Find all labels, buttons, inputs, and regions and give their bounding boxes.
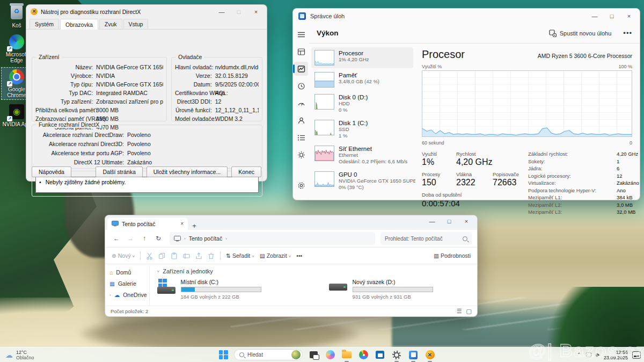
tab-close-icon[interactable]: × <box>180 221 184 227</box>
volume-icon[interactable]: 🕪 <box>596 351 599 358</box>
start-button[interactable] <box>217 349 229 361</box>
new-tab-button[interactable]: + <box>188 222 201 230</box>
tab-sound[interactable]: Zvuk <box>99 19 122 29</box>
save-all-info-button[interactable]: Uložit všechny informace... <box>147 166 228 177</box>
clock[interactable]: 12:56 23.09.2025 <box>604 350 628 360</box>
help-button[interactable]: Nápověda <box>32 166 71 177</box>
sidebar-item-onedrive[interactable]: ›☁OneDrive <box>109 292 147 298</box>
minimize-button[interactable]: — <box>586 10 603 22</box>
performance-icon[interactable] <box>294 62 308 76</box>
field-label: Výrobce: <box>35 73 93 79</box>
sidebar-label: Galerie <box>118 280 136 287</box>
view-button[interactable]: ▤ Zobrazit ˅ <box>260 252 291 259</box>
drive-c-item[interactable]: Místní disk (C:) 184 GB volných z 222 GB <box>157 279 318 300</box>
axis-label: 0 <box>630 140 632 146</box>
notification-icon[interactable] <box>632 351 641 359</box>
more-icon[interactable]: ••• <box>296 252 302 259</box>
services-icon[interactable] <box>294 148 308 162</box>
task-manager-button[interactable] <box>407 349 419 361</box>
sidebar-label: Domů <box>116 269 131 276</box>
expander-icon[interactable]: › <box>109 293 111 298</box>
settings-button[interactable] <box>391 349 402 361</box>
axis-label: 100 % <box>618 64 632 69</box>
minimize-button[interactable]: — <box>423 215 441 227</box>
new-button[interactable]: ⊕ Nový ˅ <box>112 252 135 259</box>
copilot-button[interactable] <box>324 349 336 361</box>
details-icon[interactable] <box>294 131 308 144</box>
store-button[interactable] <box>374 349 386 361</box>
list-item-disk0[interactable]: Disk 0 (D:) HDD 0 % <box>311 91 413 116</box>
search-input[interactable]: Prohledat: Tento počítač <box>380 232 472 245</box>
app-history-icon[interactable] <box>294 79 308 93</box>
breadcrumb-item[interactable]: Tento počítač <box>189 235 222 242</box>
minimize-button[interactable]: — <box>213 6 230 18</box>
close-button[interactable]: × <box>620 10 638 22</box>
taskbar-search[interactable]: Hledat <box>234 349 303 360</box>
shortcut-arrow-icon: ↗ <box>7 81 12 86</box>
item-sub: 1 % <box>339 133 368 139</box>
dxdiag-titlebar: Nástroj pro diagnostiku rozhraní DirectX… <box>26 5 267 18</box>
explorer-tab[interactable]: Tento počítač × <box>107 218 188 230</box>
task-manager-icon <box>298 12 306 20</box>
maximize-button[interactable]: □ <box>441 215 458 227</box>
disk0-mini-chart <box>314 94 334 110</box>
more-options-icon[interactable]: ••• <box>623 29 632 37</box>
breadcrumb[interactable]: › Tento počítač › <box>170 232 375 245</box>
weather-widget[interactable]: ☁ 12°C Oblačno <box>0 350 40 360</box>
icons-view-icon[interactable]: ▢ <box>466 308 472 315</box>
hidden-icons-chevron[interactable]: ⌃ <box>577 352 581 358</box>
refresh-icon[interactable]: ↻ <box>152 235 164 242</box>
field-value: Integrated RAMDAC <box>96 90 163 96</box>
spec-label: Logické procesory: <box>528 173 611 179</box>
list-item-ethernet[interactable]: Síť Ethernet Ethernet Odeslání: 0,2 Příj… <box>311 143 413 168</box>
back-icon[interactable]: ← <box>111 235 122 242</box>
notes-textarea[interactable]: • Nebyly zjištěny žádné problémy. <box>35 177 259 193</box>
task-view-button[interactable] <box>308 349 319 361</box>
item-sub: 0 % <box>339 107 368 113</box>
spec-value: 1 <box>617 158 639 164</box>
list-item-disk1[interactable]: Disk 1 (C:) SSD 1 % <box>311 117 413 142</box>
next-page-button[interactable]: Další stránka <box>96 166 142 177</box>
tab-system[interactable]: Systém <box>30 19 59 29</box>
settings-icon[interactable] <box>294 178 308 192</box>
search-icon <box>239 352 244 357</box>
chevron-down-icon: ˅ <box>157 269 160 274</box>
exit-button[interactable]: Konec <box>231 166 261 177</box>
tab-input[interactable]: Vstup <box>123 19 149 29</box>
drive-info: 184 GB volných z 222 GB <box>181 294 261 300</box>
task-manager-titlebar: Správce úloh — □ × <box>293 9 640 23</box>
run-new-task-button[interactable]: Spustit novou úlohu <box>545 27 616 39</box>
drive-d-item[interactable]: Nový svazek (D:) 931 GB volných z 931 GB <box>329 279 478 300</box>
users-icon[interactable] <box>294 113 308 127</box>
sort-button[interactable]: ⇅ Seřadit ˅ <box>226 252 254 259</box>
window-title: Správce úloh <box>310 13 586 19</box>
list-view-icon[interactable]: ☰ <box>457 308 462 315</box>
list-item-gpu[interactable]: GPU 0 NVIDIA GeForce GTX 1650 SUPER 0% (… <box>311 169 413 193</box>
explorer-toolbar: ⊕ Nový ˅ ⇅ Seřadit ˅ ▤ Zobrazit ˅ ••• ▥ … <box>105 248 477 264</box>
startup-apps-icon[interactable] <box>294 96 308 110</box>
details-pane-button[interactable]: ▥ Podrobnosti <box>434 252 471 259</box>
field-label: Typ zařízení: <box>35 98 93 105</box>
file-explorer-button[interactable] <box>341 349 353 361</box>
close-button[interactable]: × <box>247 6 265 18</box>
dxdiag-button[interactable] <box>424 349 436 361</box>
section-header[interactable]: ˅ Zařízení a jednotky <box>157 268 478 274</box>
network-icon[interactable]: 🖵 <box>586 351 591 358</box>
cut-icon <box>146 252 153 259</box>
cpu-usage-chart[interactable] <box>422 70 632 137</box>
task-manager-window: Správce úloh — □ × Výkon Spustit novou ú… <box>292 8 640 200</box>
close-button[interactable]: × <box>458 215 475 227</box>
tab-display[interactable]: Obrazovka <box>60 19 98 30</box>
dxdiag-buttons: Nápověda Další stránka Uložit všechny in… <box>32 166 261 177</box>
processes-icon[interactable] <box>294 45 308 59</box>
list-item-cpu[interactable]: Procesor 1% 4,20 GHz <box>311 47 413 68</box>
sidebar-item-home[interactable]: ⌂Domů <box>109 269 147 276</box>
field-value: Zobrazovací zařízení pro plné zobrazení <box>96 98 163 105</box>
maximize-button[interactable]: □ <box>603 10 620 22</box>
menu-icon[interactable] <box>294 27 308 41</box>
sidebar-item-gallery[interactable]: ▦Galerie <box>109 280 147 287</box>
spec-label: Sokety: <box>528 158 611 164</box>
up-icon[interactable]: ↑ <box>138 235 150 242</box>
chrome-button[interactable] <box>357 349 369 361</box>
list-item-memory[interactable]: Paměť 3,4/8,0 GB (42 %) <box>311 69 413 90</box>
